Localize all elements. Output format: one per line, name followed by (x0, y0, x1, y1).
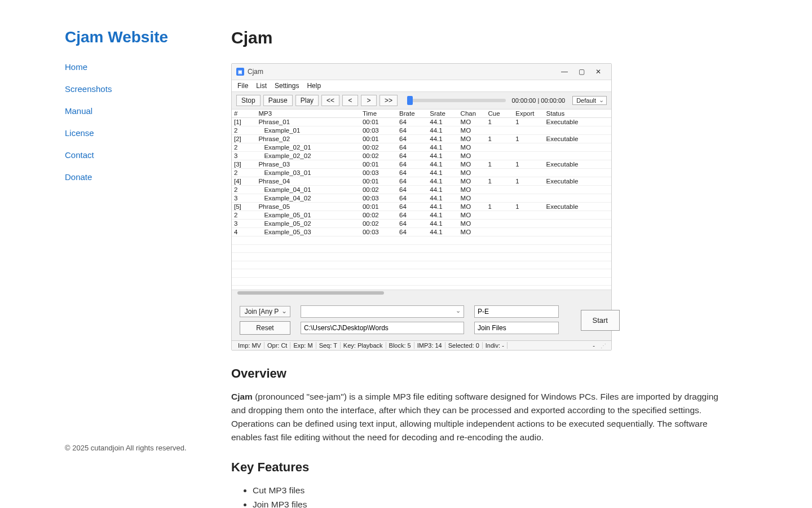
status-bar: Imp: MV Opr: Ct Exp: M Seq: T Key: Playb… (232, 340, 611, 350)
nav-home[interactable]: Home (65, 62, 172, 72)
features-list: Cut MP3 files Join MP3 files Add fade ef… (231, 484, 727, 508)
play-button[interactable]: Play (295, 95, 319, 106)
overview-heading: Overview (231, 366, 727, 381)
site-nav: Home Screenshots Manual License Contact … (65, 62, 172, 182)
table-row[interactable]: 2Example_0100:036444.1MO (232, 126, 611, 135)
nav-manual[interactable]: Manual (65, 106, 172, 116)
nav-screenshots[interactable]: Screenshots (65, 84, 172, 94)
menubar: File List Settings Help (232, 80, 611, 92)
forward-button[interactable]: > (361, 95, 377, 106)
col-cue[interactable]: Cue (486, 110, 513, 118)
status-dash: - (590, 342, 598, 349)
col-time[interactable]: Time (360, 110, 397, 118)
scrollbar-thumb[interactable] (237, 291, 384, 295)
seek-slider[interactable] (408, 99, 505, 102)
status-key: Key: Playback (341, 342, 386, 349)
list-item: Join MP3 files (253, 498, 727, 508)
stop-button[interactable]: Stop (236, 95, 261, 106)
toolbar: Stop Pause Play << < > >> 00:00:00 | 00:… (232, 92, 611, 109)
pe-input[interactable] (474, 305, 559, 318)
col-index[interactable]: # (232, 110, 256, 118)
seek-thumb[interactable] (407, 96, 413, 105)
menu-file[interactable]: File (237, 82, 248, 90)
resize-grip-icon[interactable]: ⋰ (598, 343, 608, 349)
table-row[interactable] (232, 277, 611, 286)
nav-contact[interactable]: Contact (65, 150, 172, 160)
table-row[interactable]: 3Example_02_0200:026444.1MO (232, 152, 611, 160)
table-row[interactable]: [3]Phrase_0300:016444.1MO11Executable (232, 160, 611, 169)
rewind-fast-button[interactable]: << (321, 95, 339, 106)
minimize-icon[interactable]: — (556, 68, 573, 76)
window-title: Cjam (248, 68, 263, 76)
col-srate[interactable]: Srate (427, 110, 458, 118)
table-row[interactable] (232, 269, 611, 278)
start-button[interactable]: Start (581, 310, 620, 331)
table-row[interactable]: 3Example_05_0200:026444.1MO (232, 220, 611, 228)
table-header-row: # MP3 Time Brate Srate Chan Cue Export S… (232, 110, 611, 118)
list-item: Cut MP3 files (253, 484, 727, 498)
pause-button[interactable]: Pause (263, 95, 293, 106)
col-chan[interactable]: Chan (458, 110, 486, 118)
col-status[interactable]: Status (544, 110, 611, 118)
status-imp: Imp: MV (235, 342, 264, 349)
status-block: Block: 5 (386, 342, 414, 349)
menu-settings[interactable]: Settings (275, 82, 299, 90)
site-title[interactable]: Cjam Website (65, 28, 172, 46)
time-display: 00:00:00 | 00:00:00 (512, 97, 566, 104)
path-input[interactable] (301, 322, 464, 334)
menu-list[interactable]: List (256, 82, 267, 90)
table-row[interactable]: 4Example_05_0300:036444.1MO (232, 228, 611, 237)
table-row[interactable]: [5]Phrase_0500:016444.1MO11Executable (232, 203, 611, 211)
table-row[interactable]: [2]Phrase_0200:016444.1MO11Executable (232, 135, 611, 143)
status-imp3: IMP3: 14 (414, 342, 445, 349)
page-title: Cjam (231, 28, 727, 47)
status-seq: Seq: T (316, 342, 341, 349)
app-icon: ▣ (236, 68, 244, 76)
copyright: © 2025 cutandjoin All rights reserved. (65, 444, 187, 452)
status-selected: Selected: 0 (445, 342, 483, 349)
table-row[interactable] (232, 244, 611, 253)
command-input[interactable] (301, 305, 464, 318)
file-table[interactable]: # MP3 Time Brate Srate Chan Cue Export S… (232, 109, 611, 290)
app-window: ▣ Cjam — ▢ ✕ File List Settings Help Sto… (231, 63, 612, 351)
close-icon[interactable]: ✕ (590, 68, 607, 76)
horizontal-scrollbar[interactable] (232, 290, 611, 295)
table-row[interactable]: 3Example_04_0200:036444.1MO (232, 194, 611, 203)
table-row[interactable]: 2Example_02_0100:026444.1MO (232, 143, 611, 152)
status-opr: Opr: Ct (264, 342, 290, 349)
joinfiles-input[interactable] (474, 322, 559, 334)
bottom-panel: Join [Any P Start Reset (232, 295, 611, 340)
features-heading: Key Features (231, 460, 727, 475)
table-row[interactable] (232, 253, 611, 261)
overview-text: Cjam (pronounced "see-jam") is a simple … (231, 390, 727, 444)
status-exp: Exp: M (290, 342, 316, 349)
table-row[interactable]: [1]Phrase_0100:016444.1MO11Executable (232, 118, 611, 126)
menu-help[interactable]: Help (307, 82, 321, 90)
nav-license[interactable]: License (65, 128, 172, 138)
table-row[interactable]: 2Example_05_0100:026444.1MO (232, 211, 611, 220)
col-export[interactable]: Export (513, 110, 544, 118)
table-row[interactable] (232, 237, 611, 245)
preset-combo[interactable]: Default (572, 96, 607, 105)
col-brate[interactable]: Brate (397, 110, 427, 118)
join-mode-select[interactable]: Join [Any P (240, 306, 290, 317)
forward-fast-button[interactable]: >> (379, 95, 398, 106)
status-indiv: Indiv: - (483, 342, 508, 349)
rewind-button[interactable]: < (342, 95, 358, 106)
reset-button[interactable]: Reset (240, 321, 290, 335)
table-row[interactable] (232, 261, 611, 269)
titlebar: ▣ Cjam — ▢ ✕ (232, 64, 611, 80)
col-mp3[interactable]: MP3 (256, 110, 360, 118)
nav-donate[interactable]: Donate (65, 172, 172, 182)
table-row[interactable]: 2Example_03_0100:036444.1MO (232, 169, 611, 177)
maximize-icon[interactable]: ▢ (573, 68, 590, 76)
table-row[interactable]: 2Example_04_0100:026444.1MO (232, 186, 611, 194)
table-row[interactable]: [4]Phrase_0400:016444.1MO11Executable (232, 177, 611, 186)
